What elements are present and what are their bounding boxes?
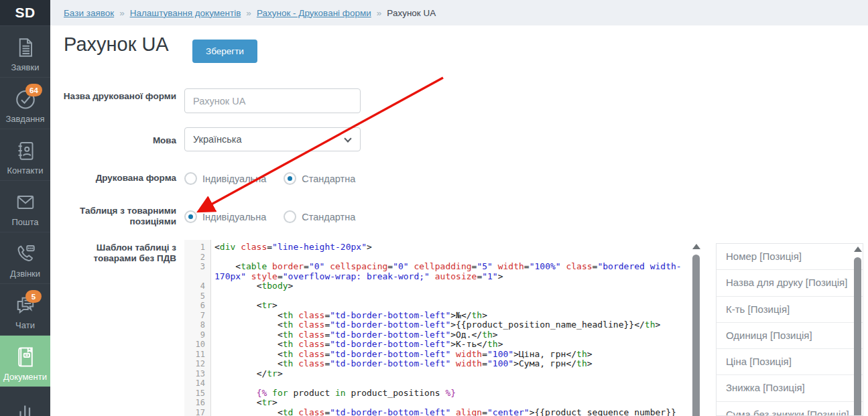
sidebar: SD ЗаявкиЗавдання64КонтактиПоштаДзвінкиЧ…: [0, 0, 50, 416]
line-number: 13: [184, 369, 211, 379]
editor-line[interactable]: 4 <tbody>: [184, 281, 703, 291]
sidebar-items: ЗаявкиЗавдання64КонтактиПоштаДзвінкиЧати…: [0, 25, 50, 416]
editor-line[interactable]: 5: [184, 291, 703, 301]
editor-lines: 1<div class="line-height-20px">23 <table…: [184, 240, 703, 416]
editor-line[interactable]: 16 <tr>: [184, 398, 703, 408]
scroll-up-icon[interactable]: [854, 247, 862, 252]
sidebar-item-dokumenty[interactable]: Документи: [0, 335, 50, 387]
editor-scrollbar-thumb[interactable]: [692, 255, 700, 416]
radio-checked[interactable]: [184, 210, 197, 223]
editor-line[interactable]: 9 <th class="td-border-bottom-left">Од.<…: [184, 330, 703, 340]
radio-unchecked[interactable]: [184, 172, 197, 185]
sidebar-item-label: Документи: [3, 372, 47, 382]
sidebar-item-statystyka[interactable]: [0, 387, 50, 416]
editor-line[interactable]: 1<div class="line-height-20px">: [184, 242, 703, 253]
code-text: <th class="td-border-bottom-left">Од.</t…: [211, 330, 703, 340]
template-code-editor[interactable]: 1<div class="line-height-20px">23 <table…: [184, 240, 703, 416]
radio-label: Стандартна: [302, 212, 355, 222]
editor-line[interactable]: 15 {% for product in product_positions %…: [184, 389, 703, 399]
main-content: Рахунок UA Зберегти Назва друкованої фор…: [50, 25, 868, 416]
variable-item[interactable]: К-ть [Позиція]: [717, 297, 863, 323]
radio-label: Індивідуальна: [202, 174, 266, 184]
variable-item[interactable]: Назва для друку [Позиція]: [717, 270, 863, 296]
editor-line[interactable]: 7 <th class="td-border-bottom-left">№</t…: [184, 311, 703, 321]
line-number: 9: [184, 330, 211, 340]
line-number: 4: [184, 281, 211, 291]
code-text: [211, 291, 703, 301]
variable-item[interactable]: Сума без знижки [Позиція]: [717, 402, 863, 416]
notification-badge: 5: [25, 290, 42, 303]
editor-line[interactable]: 2: [184, 253, 703, 263]
sidebar-item-poshta[interactable]: Пошта: [0, 180, 50, 232]
mail-icon: [13, 190, 38, 214]
breadcrumb: Бази заявок»Налаштування документів»Раху…: [50, 0, 868, 25]
line-number: 17: [184, 408, 211, 416]
editor-line[interactable]: 3 <table border="0" cellspacing="0" cell…: [184, 262, 703, 281]
code-text: <th class="td-border-bottom-left">№</th>: [211, 311, 703, 321]
editor-line[interactable]: 14: [184, 378, 703, 389]
language-select[interactable]: Українська: [184, 127, 361, 151]
breadcrumb-link[interactable]: Рахунок - Друковані форми: [257, 8, 371, 18]
sidebar-item-zavdannya[interactable]: Завдання64: [0, 77, 50, 129]
code-text: [211, 253, 703, 263]
code-text: <tbody>: [211, 281, 703, 291]
print-form-radio-group: ІндивідуальнаСтандартна: [184, 172, 355, 185]
line-number: 2: [184, 253, 211, 263]
radio-option[interactable]: Стандартна: [284, 172, 355, 185]
sidebar-item-chaty[interactable]: Чати5: [0, 283, 50, 335]
notification-badge: 64: [25, 84, 42, 96]
line-number: 14: [184, 378, 211, 389]
radio-option[interactable]: Індивідуальна: [184, 210, 266, 223]
documents-book-icon: [13, 345, 38, 369]
radio-unchecked[interactable]: [284, 210, 296, 223]
editor-line[interactable]: 17 <td class="td-border-bottom-left" ali…: [184, 408, 703, 416]
breadcrumb-link[interactable]: Налаштування документів: [130, 8, 241, 18]
editor-line[interactable]: 13 </tr>: [184, 369, 703, 379]
variables-list: Номер [Позиція]Назва для друку [Позиція]…: [717, 244, 863, 416]
template-field-label: Шаблон таблиці з товарами без ПДВ: [57, 242, 176, 264]
editor-scrollbar[interactable]: [692, 242, 700, 416]
variable-item[interactable]: Знижка [Позиція]: [717, 375, 863, 401]
editor-line[interactable]: 11 <th class="td-border-bottom-left" wid…: [184, 350, 703, 360]
editor-line[interactable]: 10 <th class="td-border-bottom-left">К-т…: [184, 340, 703, 350]
form-name-input[interactable]: [184, 88, 361, 113]
variable-item[interactable]: Ціна [Позиція]: [717, 349, 863, 375]
code-text: <tr>: [211, 398, 703, 408]
calls-icon: [13, 242, 38, 266]
breadcrumb-link[interactable]: Бази заявок: [64, 8, 114, 18]
code-text: <th class="td-border-bottom-left">К-ть</…: [211, 340, 703, 350]
breadcrumb-current: Рахунок UA: [387, 8, 436, 18]
editor-line[interactable]: 6 <tr>: [184, 301, 703, 311]
sidebar-item-dzvinky[interactable]: Дзвінки: [0, 232, 50, 283]
line-number: 8: [184, 320, 211, 330]
radio-option[interactable]: Стандартна: [284, 210, 355, 223]
variable-item[interactable]: Номер [Позиція]: [717, 244, 863, 270]
line-number: 11: [184, 350, 211, 360]
radio-checked[interactable]: [284, 172, 296, 185]
sidebar-item-label: Заявки: [11, 62, 40, 72]
editor-line[interactable]: 12 <th class="td-border-bottom-left" wid…: [184, 359, 703, 369]
variables-panel: Номер [Позиція]Назва для друку [Позиція]…: [716, 243, 863, 416]
breadcrumb-separator: »: [119, 8, 125, 18]
line-number: 12: [184, 359, 211, 369]
editor-line[interactable]: 8 <th class="td-border-bottom-left">{{pr…: [184, 320, 703, 330]
sidebar-item-label: Чати: [15, 320, 35, 330]
sidebar-item-label: Контакти: [7, 165, 43, 176]
line-number: 1: [184, 242, 211, 253]
sidebar-item-label: Дзвінки: [10, 269, 40, 279]
panel-scrollbar-thumb[interactable]: [854, 257, 861, 416]
sidebar-item-zayavky[interactable]: Заявки: [0, 25, 50, 77]
language-select-value: Українська: [193, 134, 242, 145]
app-logo[interactable]: SD: [0, 0, 50, 25]
panel-scrollbar[interactable]: [853, 245, 862, 415]
document-icon: [13, 36, 38, 60]
code-text: <th class="td-border-bottom-left" width=…: [211, 350, 703, 360]
sidebar-item-kontakty[interactable]: Контакти: [0, 129, 50, 180]
scroll-up-icon[interactable]: [692, 244, 700, 249]
language-field-label: Мова: [57, 135, 176, 146]
code-text: </tr>: [211, 369, 703, 379]
name-field-label: Назва друкованої форми: [57, 91, 176, 102]
save-button[interactable]: Зберегти: [192, 40, 257, 63]
variable-item[interactable]: Одиниця [Позиція]: [717, 323, 863, 349]
radio-option[interactable]: Індивідуальна: [184, 172, 266, 185]
